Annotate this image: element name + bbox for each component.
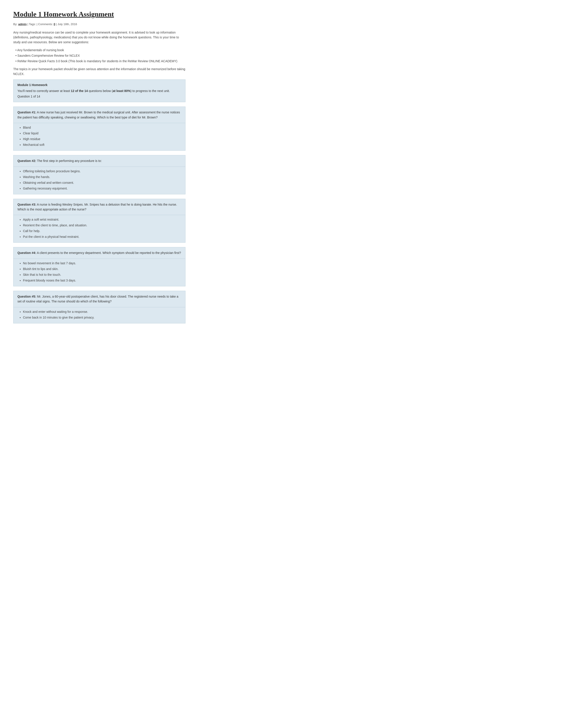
question-1-body: A new nurse has just received Mr. Brown … bbox=[17, 111, 180, 119]
question-4-block: Question #4: A client presents to the em… bbox=[13, 247, 185, 259]
hw-desc-middle: questions below ( bbox=[88, 89, 113, 93]
homework-box-desc: You'll need to correctly answer at least… bbox=[17, 89, 181, 93]
comments-label: Comments: bbox=[38, 23, 53, 26]
page-title: Module 1 Homework Assignment bbox=[13, 9, 185, 19]
answer-item[interactable]: No bowel movement in the last 7 days. bbox=[20, 261, 181, 266]
hw-bold2: at least 80% bbox=[113, 89, 130, 93]
question-5-block: Question #5: Mr. Jones, a 60-year-old po… bbox=[13, 291, 185, 307]
answer-item[interactable]: Bland bbox=[20, 125, 181, 130]
tags-label: Tags: bbox=[29, 23, 36, 26]
answer-list-5: Knock and enter without waiting for a re… bbox=[17, 310, 181, 320]
question-2-label: Question #2: bbox=[17, 159, 36, 163]
answer-item[interactable]: Put the client in a physical head restra… bbox=[20, 235, 181, 239]
resource-item: ReMar Review Quick Facts 3.0 book (This … bbox=[15, 59, 185, 64]
question-4-answers: No bowel movement in the last 7 days. Bl… bbox=[13, 259, 185, 286]
question-5-body: Mr. Jones, a 60-year-old postoperative c… bbox=[17, 295, 178, 303]
comments-count[interactable]: 0 bbox=[54, 23, 55, 26]
hw-desc-suffix: ) to progress to the next unit. bbox=[130, 89, 170, 93]
question-1-answers: Bland Clear liquid High residue Mechanic… bbox=[13, 123, 185, 151]
question-1-text: Question #1: A new nurse has just receiv… bbox=[17, 110, 181, 120]
resource-list: Any fundamentals of nursing book Saunder… bbox=[13, 48, 185, 64]
answer-item[interactable]: Bluish tint to lips and skin. bbox=[20, 267, 181, 272]
answer-item[interactable]: Reorient the client to time, place, and … bbox=[20, 223, 181, 228]
question-5-text: Question #5: Mr. Jones, a 60-year-old po… bbox=[17, 294, 181, 304]
author-link[interactable]: admin bbox=[18, 23, 26, 26]
question-3-block: Question #3: A nurse is feeding Wesley S… bbox=[13, 199, 185, 215]
question-4-body: A client presents to the emergency depar… bbox=[36, 251, 181, 255]
question-5-answers: Knock and enter without waiting for a re… bbox=[13, 307, 185, 323]
hw-bold1: 12 of the 14 bbox=[71, 89, 88, 93]
answer-list-2: Offering toileting before procedure begi… bbox=[17, 169, 181, 191]
answer-list-3: Apply a soft wrist restraint. Reorient t… bbox=[17, 217, 181, 239]
answer-item[interactable]: Clear liquid bbox=[20, 131, 181, 136]
answer-item[interactable]: Knock and enter without waiting for a re… bbox=[20, 310, 181, 314]
answer-list-4: No bowel movement in the last 7 days. Bl… bbox=[17, 261, 181, 283]
hw-desc-prefix: You'll need to correctly answer at least bbox=[17, 89, 71, 93]
question-5-label: Question #5: bbox=[17, 295, 36, 298]
answer-item[interactable]: Call for help. bbox=[20, 229, 181, 234]
answer-item[interactable]: Obtaining verbal and written consent. bbox=[20, 180, 181, 185]
answer-item[interactable]: Washing the hands. bbox=[20, 175, 181, 180]
intro-paragraph-2: The topics in your homework packet shoul… bbox=[13, 67, 185, 77]
question-2-block: Question #2: The first step in performin… bbox=[13, 155, 185, 167]
homework-progress: Question 1 of 14 bbox=[17, 94, 181, 99]
answer-item[interactable]: Skin that is hot to the touch. bbox=[20, 272, 181, 277]
homework-info-box: Module 1 Homework You'll need to correct… bbox=[13, 79, 185, 102]
question-2-answers: Offering toileting before procedure begi… bbox=[13, 167, 185, 194]
resource-item: Any fundamentals of nursing book bbox=[15, 48, 185, 53]
post-date: July 18th, 2016 bbox=[58, 23, 77, 26]
resource-item: Saunders Comprehensive Review for NCLEX bbox=[15, 53, 185, 58]
answer-item[interactable]: Mechanical soft bbox=[20, 143, 181, 147]
question-1-label: Question #1: bbox=[17, 111, 36, 114]
answer-item[interactable]: Apply a soft wrist restraint. bbox=[20, 217, 181, 222]
question-3-answers: Apply a soft wrist restraint. Reorient t… bbox=[13, 215, 185, 243]
intro-paragraph-1: Any nursing/medical resource can be used… bbox=[13, 30, 185, 45]
question-1-block: Question #1: A new nurse has just receiv… bbox=[13, 107, 185, 123]
answer-item[interactable]: Gathering necessary equipment. bbox=[20, 186, 181, 191]
question-2-body: The first step in performing any procedu… bbox=[36, 159, 102, 163]
question-4-label: Question #4: bbox=[17, 251, 36, 255]
question-4-text: Question #4: A client presents to the em… bbox=[17, 250, 181, 255]
question-2-text: Question #2: The first step in performin… bbox=[17, 158, 181, 163]
homework-box-title: Module 1 Homework bbox=[17, 83, 181, 87]
question-3-body: A nurse is feeding Wesley Snipes. Mr. Sn… bbox=[17, 203, 177, 211]
answer-item[interactable]: Offering toileting before procedure begi… bbox=[20, 169, 181, 174]
meta-line: By: admin | Tags: | Comments: 0 | July 1… bbox=[13, 22, 185, 26]
answer-item[interactable]: Come back in 10 minutes to give the pati… bbox=[20, 315, 181, 320]
by-label: By: bbox=[13, 23, 17, 26]
question-3-text: Question #3: A nurse is feeding Wesley S… bbox=[17, 202, 181, 212]
questions-container: Question #1: A new nurse has just receiv… bbox=[13, 107, 185, 323]
answer-item[interactable]: High residue bbox=[20, 137, 181, 142]
answer-list-1: Bland Clear liquid High residue Mechanic… bbox=[17, 125, 181, 147]
answer-item[interactable]: Frequent bloody noses the last 3 days. bbox=[20, 278, 181, 283]
question-3-label: Question #3: bbox=[17, 203, 36, 206]
